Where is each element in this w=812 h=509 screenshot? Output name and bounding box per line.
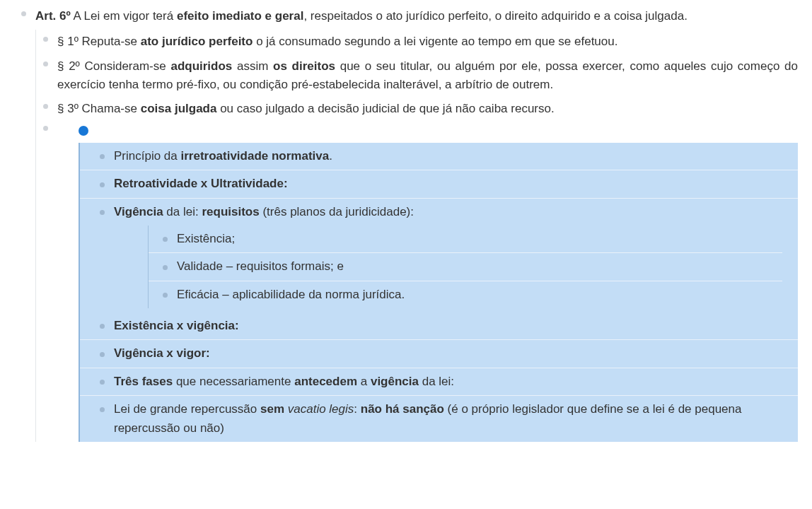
hl-text: Eficácia – aplicabilidade da norma juríd…: [177, 288, 405, 301]
txt: Lei de grande repercussão: [114, 402, 260, 416]
txt: (três planos da juridicidade):: [260, 205, 414, 218]
bullet-icon: [43, 62, 48, 66]
art6-bold1: efeito imediato e geral: [177, 9, 304, 23]
bullet-icon: [43, 126, 48, 131]
highlight-tree: Princípio da irretroatividade normativa.…: [79, 143, 798, 442]
bullet-icon: [163, 237, 168, 242]
p1-bold: ato jurídico perfeito: [141, 35, 253, 48]
bullet-icon: [100, 324, 105, 329]
p2-text: § 2º Consideram-se adquiridos assim os d…: [57, 57, 798, 95]
hl-text: Existência;: [177, 232, 235, 245]
p3-tail: ou caso julgado a decisão judicial de qu…: [216, 102, 554, 115]
hl-text: Vigência x vigor:: [114, 346, 210, 360]
bullet-icon: [43, 37, 48, 42]
txt-bold: irretroatividade normativa: [181, 149, 330, 163]
hl-row-retro: Retroatividade x Ultratividade:: [80, 170, 798, 198]
txt-bold: não há sanção: [361, 402, 444, 416]
p3-text: § 3º Chama-se coisa julgada ou caso julg…: [57, 100, 798, 118]
art6-prefix: Art. 6º: [35, 9, 71, 23]
bullet-icon: [100, 154, 105, 159]
bullet-p3: § 3º Chama-se coisa julgada ou caso julg…: [36, 97, 798, 121]
bullet-icon: [100, 407, 105, 412]
highlight-head: [57, 122, 798, 143]
bullet-icon: [100, 380, 105, 385]
bullet-icon: [43, 104, 48, 109]
hl-text: Princípio da irretroatividade normativa.: [114, 149, 332, 163]
hl-row-existencia-vigencia: Existência x vigência:: [80, 312, 798, 340]
hl-text: Existência x vigência:: [114, 319, 239, 332]
hl-row-vigencia-vigor: Vigência x vigor:: [80, 340, 798, 368]
txt: a: [357, 375, 371, 388]
hl-text: Vigência da lei: requisitos (três planos…: [114, 205, 414, 218]
p2-mid: assim: [232, 59, 273, 73]
p1-text: § 1º Reputa-se ato jurídico perfeito o j…: [57, 33, 798, 51]
txt: da lei:: [163, 205, 202, 218]
bullet-icon: [163, 293, 168, 298]
highlight-block: Princípio da irretroatividade normativa.…: [36, 122, 798, 442]
outline-root: Art. 6º A Lei em vigor terá efeito imedi…: [14, 4, 798, 445]
bullet-icon: [100, 352, 105, 357]
hl-text: Retroatividade x Ultratividade:: [114, 177, 288, 190]
hl-row-tres-fases: Três fases que necessariamente antecedem…: [80, 368, 798, 396]
bullet-art6: Art. 6º A Lei em vigor terá efeito imedi…: [14, 4, 798, 445]
txt: que necessariamente: [173, 375, 294, 388]
hl-sub-validade: Validade – requisitos formais; e: [149, 253, 782, 281]
hl-sub-eficacia: Eficácia – aplicabilidade da norma juríd…: [149, 281, 782, 308]
p3-bold: coisa julgada: [141, 102, 217, 115]
bullet-icon: [100, 210, 105, 215]
art6-text: Art. 6º A Lei em vigor terá efeito imedi…: [35, 7, 798, 25]
p1-tail: o já consumado segundo a lei vigente ao …: [253, 35, 617, 48]
hl-row-vigencia: Vigência da lei: requisitos (três planos…: [80, 199, 798, 312]
bullet-icon: [100, 182, 105, 187]
txt-italic: vacatio legis: [288, 402, 354, 416]
p2-bold2: os direitos: [273, 59, 335, 73]
art6-tail: , respeitados o ato jurídico perfeito, o…: [303, 9, 687, 23]
document-root: Art. 6º A Lei em vigor terá efeito imedi…: [0, 0, 811, 459]
txt-bold: antecedem: [294, 375, 357, 388]
p3-lead: § 3º Chama-se: [57, 102, 141, 115]
hl-sub-existencia: Existência;: [149, 226, 782, 253]
hl-row-vacatio: Lei de grande repercussão sem vacatio le…: [80, 396, 798, 442]
p1-lead: § 1º Reputa-se: [57, 35, 141, 48]
bullet-icon: [163, 265, 168, 270]
txt: :: [354, 402, 360, 416]
txt-bold: requisitos: [202, 205, 259, 218]
hl-text: Três fases que necessariamente antecedem…: [114, 375, 454, 388]
txt-bold: sem: [260, 402, 284, 416]
bullet-p2: § 2º Consideram-se adquiridos assim os d…: [36, 54, 798, 98]
hl-text: Validade – requisitos formais; e: [177, 259, 344, 273]
txt: Princípio da: [114, 149, 181, 163]
p2-lead: § 2º Consideram-se: [57, 59, 170, 73]
hl-text: Lei de grande repercussão sem vacatio le…: [114, 402, 741, 434]
txt: da lei:: [419, 375, 454, 388]
txt-bold: Três fases: [114, 375, 173, 388]
blue-disc-icon: [79, 126, 88, 136]
hl-sublist: Existência; Validade – requisitos formai…: [148, 226, 782, 308]
bullet-icon: [21, 11, 26, 16]
txt: .: [329, 149, 332, 163]
p2-bold1: adquiridos: [170, 59, 232, 73]
art6-mid: A Lei em vigor terá: [71, 9, 177, 23]
txt-bold: vigência: [371, 375, 419, 388]
txt-bold: Vigência: [114, 205, 163, 218]
hl-row-principio: Princípio da irretroatividade normativa.: [80, 143, 798, 170]
bullet-p1: § 1º Reputa-se ato jurídico perfeito o j…: [36, 30, 798, 54]
art6-children: § 1º Reputa-se ato jurídico perfeito o j…: [35, 30, 798, 442]
